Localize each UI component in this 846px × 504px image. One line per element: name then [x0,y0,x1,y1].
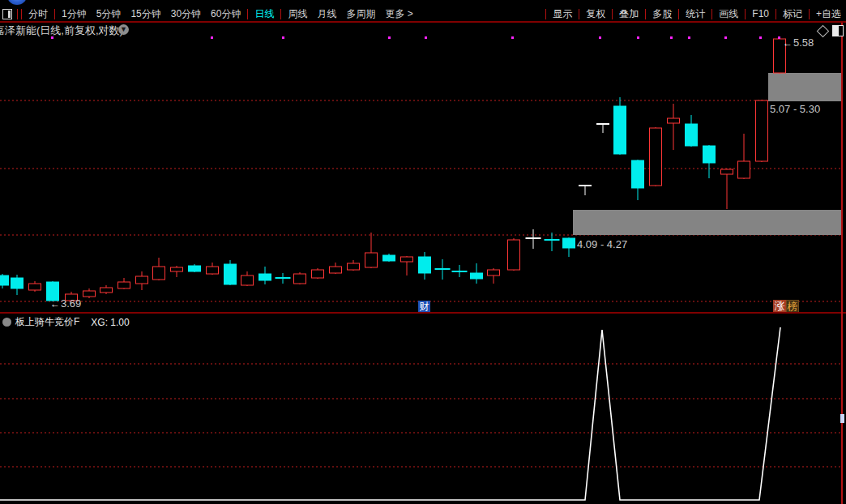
price-annotation: ←5.58 [783,36,814,49]
menu-separator [545,9,546,19]
candle-body [738,161,750,178]
menu-item-多周期[interactable]: 多周期 [341,7,380,21]
tool-button-复权[interactable]: 复权 [581,7,610,21]
price-annotation-text: 4.09 - 4.27 [577,238,627,250]
candle-body [100,288,113,293]
chart-title-row: 嘉泽新能(日线,前复权,对数) ▼ [0,23,846,36]
window-panel-icon[interactable] [2,9,12,19]
menu-item-30分钟[interactable]: 30分钟 [166,7,206,21]
tool-button-统计[interactable]: 统计 [681,7,710,21]
menu-item-日线[interactable]: 日线 [250,7,279,21]
event-marker-dot [759,36,762,39]
menu-separator [54,9,55,19]
tool-menu: 显示复权叠加多股统计画线F10标记+自选 [544,6,846,21]
window-top-strip [0,0,846,6]
price-annotation-text: 5.07 - 5.30 [770,103,820,115]
candle-body [632,160,644,188]
candle-body [136,276,148,284]
menu-separator [809,9,810,19]
menu-item-周线[interactable]: 周线 [283,7,312,21]
scrollbar-thumb[interactable] [840,414,844,423]
menu-separator [579,9,579,19]
event-marker-dot [637,36,639,39]
menu-item-15分钟[interactable]: 15分钟 [126,7,165,21]
event-marker-dot [282,36,284,39]
indicator-cycle-icon[interactable] [2,318,11,327]
candle-body [721,169,733,174]
event-marker-dot [778,36,780,39]
tool-button-画线[interactable]: 画线 [714,7,743,21]
price-annotation: 5.07 - 5.30 [770,103,820,115]
candle-body [508,240,520,270]
candle-body [419,257,431,273]
candle-body [294,274,306,284]
event-marker-dot [211,36,213,39]
candle-body [118,282,130,288]
arrow-icon: ← [783,37,793,49]
price-annotation-text: 3.69 [61,297,81,310]
menu-item-月线[interactable]: 月线 [312,7,341,21]
zhang-badge-char: 涨 [773,300,786,313]
indicator-value: XG: 1.00 [91,317,129,328]
candle-body [563,238,575,248]
app-window: 分时1分钟5分钟15分钟30分钟60分钟日线周线月线多周期更多 > 显示复权叠加… [0,0,846,504]
menu-separator [612,9,613,19]
candle-body [11,278,24,288]
candle-body [29,284,41,290]
candle-body [650,128,662,186]
price-annotation: ←3.69 [50,297,81,310]
menu-item-5分钟[interactable]: 5分钟 [92,7,126,21]
zhangbang-event-badge[interactable]: 涨 榜 [773,300,799,313]
menu-separator [711,9,712,19]
menu-separator [21,9,22,19]
event-marker-dot [599,36,601,39]
bang-badge-char: 榜 [786,300,799,313]
menu-item-分时[interactable]: 分时 [24,7,53,21]
menu-separator [247,9,248,19]
period-toolbar: 分时1分钟5分钟15分钟30分钟60分钟日线周线月线多周期更多 > 显示复权叠加… [0,6,846,23]
candle-body [189,266,201,271]
candle-body [171,267,183,271]
candle-body [0,275,9,285]
tool-button-标记[interactable]: 标记 [778,7,807,21]
suspension-box [768,73,842,101]
menu-separator [745,9,746,19]
menu-separator [678,9,679,19]
tool-button-F10[interactable]: F10 [747,8,774,19]
menu-item-60分钟[interactable]: 60分钟 [206,7,246,21]
tool-button-多股[interactable]: 多股 [647,7,677,21]
candle-body [330,267,342,273]
candle-body [756,100,768,161]
arrow-icon: ← [50,298,60,310]
suspension-box [573,210,842,235]
candle-body [471,273,483,279]
price-chart-canvas [0,0,846,504]
candle-body [365,253,378,267]
tool-button-显示[interactable]: 显示 [548,7,577,21]
event-marker-dot [388,36,391,39]
panel-divider[interactable] [0,312,846,314]
candle-body [83,291,96,297]
menu-separator [645,9,646,19]
candle-body [686,124,698,146]
event-marker-dot [511,36,514,39]
tool-button-+自选[interactable]: +自选 [811,7,846,21]
candle-body [241,275,254,285]
price-annotation: 4.09 - 4.27 [577,238,627,250]
cai-event-badge[interactable]: 财 [418,301,430,313]
candle-body [488,270,500,275]
chevron-down-icon[interactable]: ▼ [118,24,129,35]
menu-item-1分钟[interactable]: 1分钟 [57,7,92,21]
menu-item-更多 >[interactable]: 更多 > [380,7,417,21]
candle-body [207,267,219,274]
split-view-icon[interactable] [832,25,844,36]
candle-body [312,270,324,278]
menu-separator [17,9,18,19]
indicator-header: 板上骑牛竞价F XG: 1.00 [0,316,130,328]
indicator-name[interactable]: 板上骑牛竞价F [15,315,79,329]
candle-body [614,106,626,154]
menu-separator [280,9,281,19]
tool-button-叠加[interactable]: 叠加 [614,7,643,21]
candle-body [668,118,680,123]
candle-body [153,267,165,280]
